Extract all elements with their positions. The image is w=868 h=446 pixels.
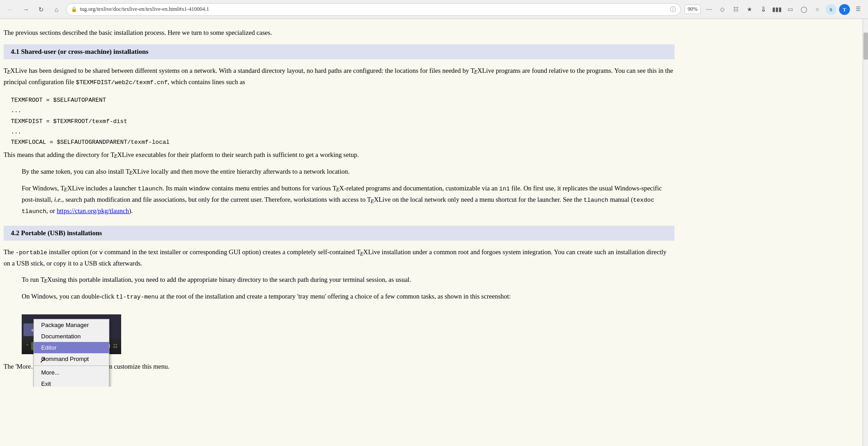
section-4-2-body: The -portable installer option (or v com…	[4, 247, 675, 269]
menu-item-exit[interactable]: Exit	[34, 378, 109, 386]
tl-tray-menu-code: tl-tray-menu	[116, 294, 159, 300]
library-icon[interactable]: ▮▮▮	[771, 4, 782, 15]
section-4-2-header: 4.2 Portable (USB) installations	[4, 226, 675, 241]
tex-logo-9: TEX	[41, 276, 52, 283]
ini-code: ini	[499, 185, 509, 192]
portable-option-code: -portable	[15, 249, 47, 256]
code-block: TEXMFROOT = $SELFAUTOPARENT ... TEXMFDIS…	[4, 93, 675, 150]
browser-toolbar: ← → ↻ ⌂ 🔒 tug.org/texlive/doc/texlive-en…	[0, 0, 868, 19]
bookmark-icon[interactable]: ★	[744, 4, 755, 15]
paragraph-tlaunch: For Windows, TEXLive includes a launcher…	[4, 183, 675, 217]
home-button[interactable]: ⌂	[51, 4, 62, 15]
page-content: The previous sections described the basi…	[0, 19, 678, 387]
paragraph-search-path: This means that adding the directory for…	[4, 150, 675, 161]
account-icon[interactable]: ◯	[798, 4, 809, 15]
tex-logo-8: TEX	[357, 248, 368, 256]
section-4-1-body: TEXLive has been designed to be shared b…	[4, 66, 675, 88]
profile-s[interactable]: S	[826, 4, 836, 15]
menu-separator	[34, 365, 109, 366]
tex-logo-3: TEX	[110, 151, 122, 158]
pocket-icon[interactable]: ◇	[717, 4, 728, 15]
tex-logo-5: TEX	[61, 185, 72, 192]
lock-icon: 🔒	[71, 6, 77, 12]
intro-paragraph: The previous sections described the basi…	[4, 28, 675, 38]
tlaunch-code: tlaunch	[138, 185, 163, 192]
menu-item-editor[interactable]: Editor	[34, 342, 109, 353]
reload-button[interactable]: ↻	[35, 4, 47, 15]
paragraph-tl-tray-menu: On Windows, you can double-click tl-tray…	[4, 291, 675, 302]
more-tools-button[interactable]: ⋯	[703, 4, 714, 15]
synced-tabs-icon[interactable]: ▭	[785, 4, 796, 15]
tex-logo-7: TEX	[367, 196, 378, 203]
context-menu: Package Manager Documentation Editor Com…	[33, 319, 109, 386]
paragraph-install-locally: By the same token, you can also install …	[4, 166, 675, 178]
extensions-button[interactable]: ☰	[853, 4, 863, 15]
section-4-1-header: 4.1 Shared-user (or cross-machine) insta…	[4, 44, 675, 59]
v-command-code: v	[99, 249, 103, 256]
profile-t[interactable]: T	[839, 4, 850, 15]
ctan-link[interactable]: https://ctan.org/pkg/tlaunch	[57, 207, 129, 214]
screenshot-area: ■ ⌃ ■ 🔊 8:02 AM ☷ Package Manager D	[22, 314, 121, 354]
globe-icon[interactable]: ○	[812, 4, 823, 15]
tex-logo-2: TEX	[471, 67, 482, 74]
context-menu-container: Package Manager Documentation Editor Com…	[33, 319, 109, 386]
reader-mode-icon[interactable]: ☷	[731, 4, 741, 15]
browser-actions: 90% ⋯ ◇ ☷ ★ ⇓ ▮▮▮ ▭ ◯ ○ S T ☰	[684, 4, 863, 15]
menu-item-more[interactable]: More...	[34, 367, 109, 378]
address-bar[interactable]: 🔒 tug.org/texlive/doc/texlive-en/texlive…	[66, 3, 681, 16]
download-icon[interactable]: ⇓	[758, 4, 769, 15]
config-file-code: $TEXMFDIST/web2c/texmf.cnf	[76, 79, 168, 86]
url-text: tug.org/texlive/doc/texlive-en/texlive-e…	[80, 6, 667, 13]
menu-item-documentation[interactable]: Documentation	[34, 331, 109, 342]
page-info-icon: ⓘ	[670, 5, 676, 14]
tlaunch-manual-code: tlaunch	[584, 197, 609, 204]
menu-item-package-manager[interactable]: Package Manager	[34, 319, 109, 331]
scrollbar-thumb[interactable]	[863, 33, 868, 60]
forward-button[interactable]: →	[20, 4, 32, 15]
tex-logo-6: TEX	[333, 185, 344, 192]
tex-logo-1: TEX	[4, 67, 15, 74]
paragraph-usb-path: To run TEXusing this portable installati…	[4, 275, 675, 286]
tex-logo-4: TEX	[126, 168, 137, 175]
menu-item-command-prompt[interactable]: Command Prompt	[34, 353, 109, 365]
zoom-level[interactable]: 90%	[684, 5, 701, 14]
scrollbar-track	[863, 19, 868, 387]
back-button[interactable]: ←	[5, 4, 16, 15]
